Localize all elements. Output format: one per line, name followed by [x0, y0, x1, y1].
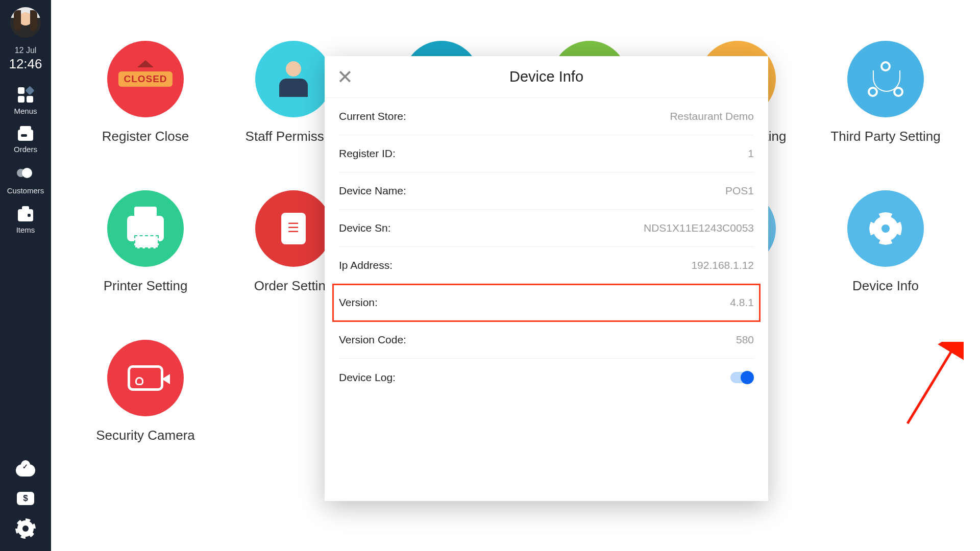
row-device-name: Device Name: POS1	[339, 172, 754, 210]
register-close-icon: CLOSED	[107, 41, 184, 117]
device-info-modal: ✕ Device Info Current Store: Restaurant …	[325, 56, 768, 501]
avatar[interactable]	[10, 7, 41, 38]
printer-icon	[107, 190, 184, 267]
tile-register-close[interactable]: CLOSED Register Close	[77, 41, 214, 144]
field-label: Version:	[339, 296, 378, 309]
sidebar-item-label: Menus	[14, 107, 37, 115]
field-value: 580	[736, 334, 754, 346]
field-value: 1	[748, 147, 754, 160]
sidebar-item-items[interactable]: Items	[16, 209, 35, 234]
tile-security-camera[interactable]: Security Camera	[77, 340, 214, 443]
cash-icon[interactable]: $	[17, 492, 34, 505]
field-value: 192.168.1.12	[691, 259, 754, 271]
tile-label: Printer Setting	[104, 278, 188, 294]
tile-label: Third Party Setting	[830, 129, 940, 144]
tile-device-info[interactable]: Device Info	[817, 190, 954, 294]
main-content: CLOSED Register Close Staff Permission $…	[51, 0, 980, 551]
device-log-toggle[interactable]	[730, 372, 754, 383]
tile-label: Security Camera	[96, 428, 195, 443]
sidebar: 12 Jul 12:46 Menus Orders Customers Item…	[0, 0, 51, 551]
tile-third-party-setting[interactable]: Third Party Setting	[817, 41, 954, 144]
order-doc-icon	[255, 190, 332, 267]
field-value: Restaurant Demo	[670, 110, 754, 122]
status-time: 12:46	[9, 56, 42, 72]
close-icon[interactable]: ✕	[337, 66, 353, 88]
sidebar-item-customers[interactable]: Customers	[7, 168, 44, 195]
tile-label: Order Setting	[254, 278, 333, 294]
row-ip-address: Ip Address: 192.168.1.12	[339, 247, 754, 284]
row-current-store: Current Store: Restaurant Demo	[339, 98, 754, 135]
menu-grid-icon	[18, 87, 33, 103]
orders-icon	[18, 130, 33, 141]
field-label: Device Log:	[339, 371, 396, 384]
sidebar-item-label: Items	[16, 226, 35, 234]
row-version-highlighted: Version: 4.8.1	[333, 284, 760, 321]
settings-gear-icon[interactable]	[17, 520, 34, 537]
tile-printer-setting[interactable]: Printer Setting	[77, 190, 214, 294]
sidebar-item-label: Customers	[7, 186, 44, 195]
status-date: 12 Jul	[15, 46, 37, 55]
sidebar-item-label: Orders	[14, 145, 37, 154]
row-version-code: Version Code: 580	[339, 321, 754, 359]
tile-label: Register Close	[102, 129, 189, 144]
items-folder-icon	[18, 209, 33, 221]
staff-icon	[255, 41, 332, 117]
third-party-share-icon	[847, 41, 924, 117]
field-label: Current Store:	[339, 110, 406, 122]
field-label: Ip Address:	[339, 259, 393, 271]
row-device-log: Device Log:	[339, 359, 754, 396]
tile-label: Device Info	[852, 278, 919, 294]
field-label: Device Name:	[339, 185, 406, 197]
device-info-gear-icon	[847, 190, 924, 267]
camera-icon	[107, 340, 184, 416]
field-label: Device Sn:	[339, 222, 391, 234]
customers-icon	[17, 168, 34, 182]
field-value: NDS1X11E1243C0053	[644, 222, 754, 234]
modal-title: Device Info	[325, 68, 768, 85]
sidebar-item-orders[interactable]: Orders	[14, 130, 37, 154]
sidebar-item-menus[interactable]: Menus	[14, 87, 37, 115]
field-value: 4.8.1	[730, 296, 754, 309]
row-register-id: Register ID: 1	[339, 135, 754, 172]
row-device-sn: Device Sn: NDS1X11E1243C0053	[339, 210, 754, 247]
field-label: Version Code:	[339, 334, 406, 346]
cloud-sync-icon[interactable]	[16, 464, 35, 477]
field-value: POS1	[725, 185, 754, 197]
field-label: Register ID:	[339, 147, 396, 160]
